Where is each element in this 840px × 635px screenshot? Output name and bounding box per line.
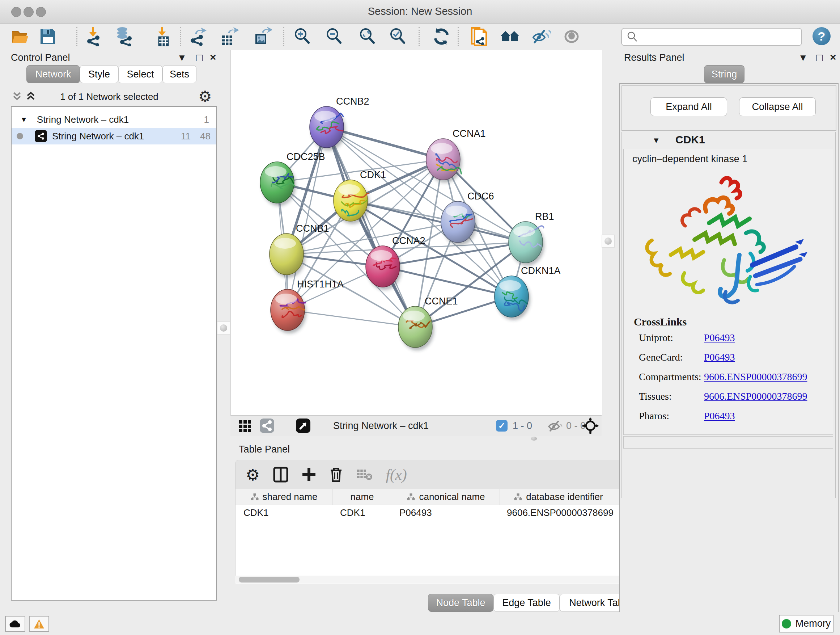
save-session-icon[interactable] <box>38 27 58 47</box>
column-header-shared-name[interactable]: shared name <box>235 489 332 505</box>
node-label: CDC25B <box>286 151 325 162</box>
table-panel-title: Table Panel <box>239 444 290 455</box>
hide-unhide-icon[interactable] <box>531 27 551 47</box>
search-icon <box>626 31 638 43</box>
network-node-CDC6[interactable]: CDC6 <box>441 191 494 245</box>
selected-checkbox[interactable]: ✓ <box>496 416 508 436</box>
expand-all-button[interactable]: Expand All <box>651 97 727 116</box>
protein-expander-icon[interactable]: ▼ <box>652 136 660 145</box>
network-collection-count: 1 <box>204 114 209 125</box>
import-table-icon[interactable] <box>152 27 172 47</box>
network-edge[interactable] <box>287 310 415 327</box>
help-button[interactable]: ? <box>813 27 831 45</box>
node-label: CCNA1 <box>453 128 486 139</box>
network-node-HIST1H1A[interactable]: HIST1H1A <box>271 279 344 333</box>
splitter-handle[interactable] <box>602 234 615 248</box>
results-panel-float-icon[interactable]: □ <box>816 52 823 63</box>
import-network-file-icon[interactable] <box>84 27 104 47</box>
home-networks-icon[interactable] <box>500 27 520 47</box>
crosslink-link[interactable]: P06493 <box>704 410 735 422</box>
control-panel-collapse-icon[interactable]: ▼ <box>177 53 187 62</box>
import-network-database-icon[interactable] <box>114 27 134 47</box>
zoom-out-icon[interactable] <box>324 27 344 47</box>
network-edge[interactable] <box>327 127 415 327</box>
warnings-button[interactable] <box>29 616 49 632</box>
export-network-icon[interactable] <box>188 27 208 47</box>
table-options-gear-icon[interactable]: ⚙ <box>246 466 260 484</box>
zoom-in-icon[interactable] <box>292 27 313 47</box>
network-selection-status: 1 of 1 Network selected <box>3 91 216 103</box>
crosslink-link[interactable]: P06493 <box>704 352 735 363</box>
tab-edge-table[interactable]: Edge Table <box>493 594 560 612</box>
tree-expander-icon[interactable]: ▼ <box>20 116 27 124</box>
fit-selected-crosshair-icon[interactable] <box>582 416 599 436</box>
network-node-RB1[interactable]: RB1 <box>508 211 554 266</box>
network-node-CDKN1A[interactable]: CDKN1A <box>494 265 561 320</box>
show-columns-icon[interactable] <box>273 466 289 483</box>
results-panel-close-icon[interactable]: × <box>830 52 836 63</box>
tab-network[interactable]: Network <box>27 65 80 83</box>
splitter-handle[interactable] <box>217 321 230 334</box>
export-table-icon[interactable] <box>219 27 239 47</box>
create-column-icon[interactable] <box>302 467 316 482</box>
collapse-all-button[interactable]: Collapse All <box>739 97 816 116</box>
control-panel-close-icon[interactable]: × <box>210 52 216 63</box>
table-cell[interactable]: P06493 <box>392 505 499 520</box>
show-graphics-icon[interactable] <box>561 27 582 47</box>
birdseye-grid-icon[interactable] <box>238 416 252 436</box>
string-share-icon[interactable] <box>259 416 275 436</box>
network-node-CDK1[interactable]: CDK1 <box>333 169 386 224</box>
results-panel-collapse-icon[interactable]: ▼ <box>798 53 808 62</box>
memory-button[interactable]: Memory <box>779 615 834 632</box>
tab-style[interactable]: Style <box>80 65 118 83</box>
warning-icon <box>34 619 44 629</box>
search-input[interactable] <box>641 31 801 43</box>
tab-string-results[interactable]: String <box>704 65 745 83</box>
network-node-CCNE1[interactable]: CCNE1 <box>398 296 458 350</box>
network-collection-row[interactable]: ▼ String Network – cdk1 1 <box>11 111 216 128</box>
tab-node-table[interactable]: Node Table <box>428 594 493 612</box>
network-row-selected[interactable]: String Network – cdk1 11 48 <box>11 128 216 144</box>
open-in-browser-icon[interactable] <box>295 416 311 436</box>
export-image-icon[interactable] <box>252 27 272 47</box>
crosslink-link[interactable]: 9606.ENSP00000378699 <box>704 391 807 402</box>
hidden-eye-icon[interactable] <box>547 416 563 436</box>
delete-table-icon[interactable] <box>356 468 373 481</box>
crosslink-link[interactable]: P06493 <box>704 332 735 344</box>
zoom-selected-icon[interactable] <box>388 27 408 47</box>
string-app-icon[interactable] <box>469 27 489 47</box>
network-node-CCNA2[interactable]: CCNA2 <box>366 235 425 290</box>
network-node-CCNA1[interactable]: CCNA1 <box>426 128 486 183</box>
network-edge[interactable] <box>351 201 526 242</box>
column-header-database-identifier[interactable]: database identifier <box>500 489 617 505</box>
open-session-icon[interactable] <box>10 27 30 47</box>
splitter-handle[interactable] <box>531 437 537 440</box>
network-node-CCNB1[interactable]: CCNB1 <box>270 223 329 278</box>
search-bar[interactable] <box>621 28 802 46</box>
table-cell[interactable]: CDK1 <box>332 505 392 520</box>
table-cell[interactable]: CDK1 <box>235 505 332 520</box>
crosslink-link[interactable]: 9606.ENSP00000378699 <box>704 371 807 383</box>
zoom-fit-icon[interactable] <box>357 27 378 47</box>
refresh-icon[interactable] <box>431 27 452 47</box>
results-scroll-strip[interactable] <box>623 436 833 448</box>
cytoscape-window: Session: New Session <box>0 0 840 635</box>
function-builder-icon[interactable]: f(x) <box>386 466 407 483</box>
column-header-canonical-name[interactable]: canonical name <box>392 489 500 505</box>
network-node-CCNB2[interactable]: CCNB2 <box>309 96 369 150</box>
control-panel-float-icon[interactable]: □ <box>196 52 202 63</box>
cloud-status-button[interactable] <box>5 616 25 632</box>
network-view-canvas[interactable]: CCNB2CCNA1CDC25BCDK1CDC6RB1CCNB1CCNA2CDK… <box>231 50 602 416</box>
network-edge[interactable] <box>383 266 512 296</box>
table-cell[interactable]: 9606.ENSP00000378699 <box>499 505 616 520</box>
network-options-gear-icon[interactable]: ⚙ <box>198 88 212 105</box>
protein-description: cyclin–dependent kinase 1 <box>632 154 747 165</box>
protein-name: CDK1 <box>676 134 705 146</box>
delete-column-icon[interactable] <box>329 467 343 483</box>
network-node-count: 11 <box>181 131 191 142</box>
column-header-label: canonical name <box>419 491 485 502</box>
tab-sets[interactable]: Sets <box>163 65 196 83</box>
tab-select[interactable]: Select <box>118 65 163 83</box>
node-label: CCNA2 <box>392 235 425 246</box>
column-header-name[interactable]: name <box>332 489 392 505</box>
